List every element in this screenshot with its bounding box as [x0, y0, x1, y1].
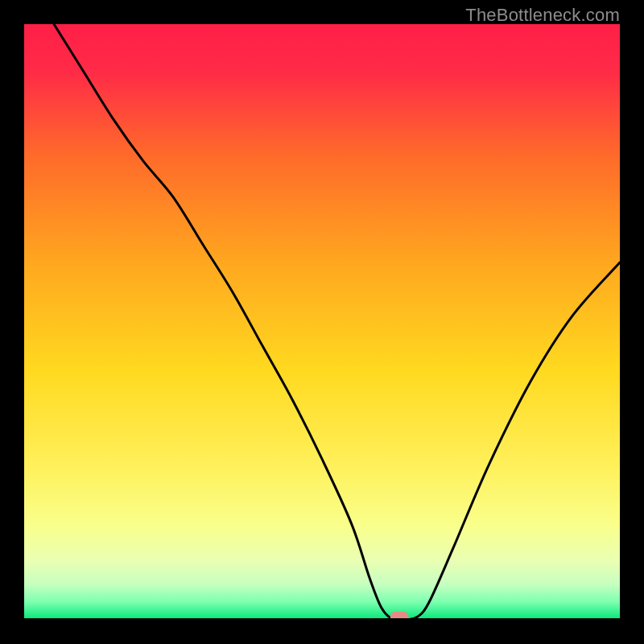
- chart-overlay: [24, 24, 620, 620]
- bottleneck-curve: [54, 24, 620, 620]
- watermark-text: TheBottleneck.com: [465, 5, 620, 26]
- plot-area: [24, 24, 620, 620]
- bottleneck-chart: TheBottleneck.com: [0, 0, 644, 644]
